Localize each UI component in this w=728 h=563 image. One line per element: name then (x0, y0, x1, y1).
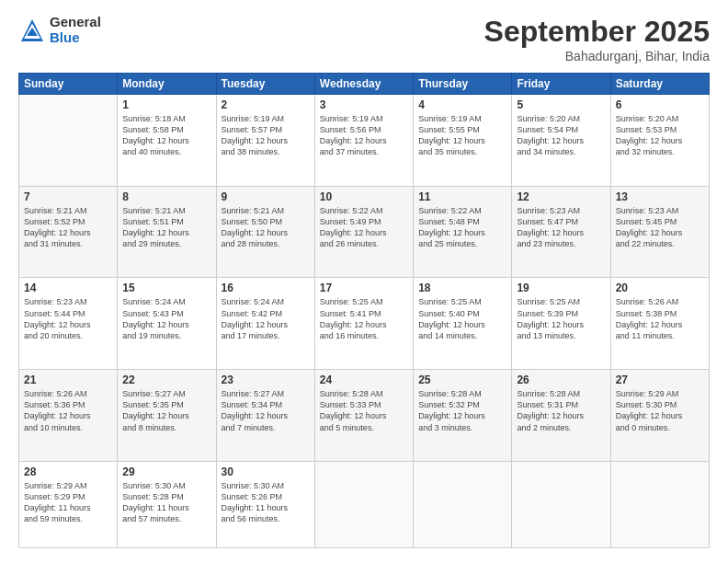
cell-info: Sunrise: 5:27 AM Sunset: 5:34 PM Dayligh… (222, 388, 310, 433)
day-number: 7 (24, 190, 112, 203)
day-number: 2 (222, 98, 310, 111)
calendar-cell-1-5: 12Sunrise: 5:23 AM Sunset: 5:47 PM Dayli… (512, 186, 610, 278)
page: General Blue September 2025 Bahadurganj,… (0, 0, 728, 563)
calendar-cell-4-2: 30Sunrise: 5:30 AM Sunset: 5:26 PM Dayli… (216, 461, 314, 547)
cell-info: Sunrise: 5:20 AM Sunset: 5:53 PM Dayligh… (616, 113, 704, 158)
day-number: 9 (222, 190, 310, 203)
calendar-cell-3-6: 27Sunrise: 5:29 AM Sunset: 5:30 PM Dayli… (610, 370, 709, 462)
calendar-cell-3-4: 25Sunrise: 5:28 AM Sunset: 5:32 PM Dayli… (414, 370, 512, 462)
calendar-cell-3-3: 24Sunrise: 5:28 AM Sunset: 5:33 PM Dayli… (314, 370, 413, 462)
day-number: 4 (418, 98, 506, 111)
col-thursday: Thursday (414, 74, 512, 95)
day-number: 20 (616, 282, 704, 294)
cell-info: Sunrise: 5:25 AM Sunset: 5:39 PM Dayligh… (517, 296, 605, 341)
calendar-cell-0-5: 5Sunrise: 5:20 AM Sunset: 5:54 PM Daylig… (512, 95, 610, 187)
day-number: 18 (418, 282, 506, 294)
calendar-cell-2-2: 16Sunrise: 5:24 AM Sunset: 5:42 PM Dayli… (216, 278, 314, 370)
day-number: 19 (517, 282, 605, 294)
calendar-week-row-2: 14Sunrise: 5:23 AM Sunset: 5:44 PM Dayli… (19, 278, 710, 370)
cell-info: Sunrise: 5:28 AM Sunset: 5:31 PM Dayligh… (517, 388, 605, 433)
logo-text: General Blue (50, 15, 101, 45)
calendar-cell-2-6: 20Sunrise: 5:26 AM Sunset: 5:38 PM Dayli… (610, 278, 709, 370)
day-number: 24 (320, 373, 408, 386)
day-number: 5 (517, 98, 605, 111)
title-area: September 2025 Bahadurganj, Bihar, India (484, 15, 710, 63)
calendar-cell-2-0: 14Sunrise: 5:23 AM Sunset: 5:44 PM Dayli… (19, 278, 118, 370)
calendar-cell-0-3: 3Sunrise: 5:19 AM Sunset: 5:56 PM Daylig… (314, 95, 413, 187)
cell-info: Sunrise: 5:24 AM Sunset: 5:43 PM Dayligh… (122, 296, 210, 341)
day-number: 17 (320, 282, 408, 294)
cell-info: Sunrise: 5:19 AM Sunset: 5:56 PM Dayligh… (320, 113, 408, 158)
cell-info: Sunrise: 5:28 AM Sunset: 5:32 PM Dayligh… (418, 388, 506, 433)
cell-info: Sunrise: 5:29 AM Sunset: 5:29 PM Dayligh… (24, 480, 112, 525)
cell-info: Sunrise: 5:22 AM Sunset: 5:49 PM Dayligh… (320, 205, 408, 250)
calendar-cell-0-4: 4Sunrise: 5:19 AM Sunset: 5:55 PM Daylig… (414, 95, 512, 187)
cell-info: Sunrise: 5:21 AM Sunset: 5:52 PM Dayligh… (24, 205, 112, 250)
col-sunday: Sunday (19, 74, 118, 95)
header: General Blue September 2025 Bahadurganj,… (18, 15, 710, 63)
calendar-cell-1-6: 13Sunrise: 5:23 AM Sunset: 5:45 PM Dayli… (610, 186, 709, 278)
day-number: 25 (418, 373, 506, 386)
calendar-cell-4-3 (314, 461, 413, 547)
day-number: 21 (24, 373, 112, 386)
calendar-cell-3-2: 23Sunrise: 5:27 AM Sunset: 5:34 PM Dayli… (216, 370, 314, 462)
cell-info: Sunrise: 5:26 AM Sunset: 5:36 PM Dayligh… (24, 388, 112, 433)
calendar-cell-4-0: 28Sunrise: 5:29 AM Sunset: 5:29 PM Dayli… (19, 461, 118, 547)
day-number: 14 (24, 282, 112, 294)
logo-icon (18, 17, 46, 44)
day-number: 6 (616, 98, 704, 111)
calendar-cell-0-1: 1Sunrise: 5:18 AM Sunset: 5:58 PM Daylig… (118, 95, 216, 187)
calendar-week-row-1: 7Sunrise: 5:21 AM Sunset: 5:52 PM Daylig… (19, 186, 710, 278)
calendar-cell-1-0: 7Sunrise: 5:21 AM Sunset: 5:52 PM Daylig… (19, 186, 118, 278)
day-number: 23 (222, 373, 310, 386)
cell-info: Sunrise: 5:27 AM Sunset: 5:35 PM Dayligh… (122, 388, 210, 433)
calendar-cell-0-6: 6Sunrise: 5:20 AM Sunset: 5:53 PM Daylig… (610, 95, 709, 187)
day-number: 11 (418, 190, 506, 203)
day-number: 16 (222, 282, 310, 294)
day-number: 15 (122, 282, 210, 294)
calendar-cell-4-5 (512, 461, 610, 547)
calendar-cell-1-3: 10Sunrise: 5:22 AM Sunset: 5:49 PM Dayli… (314, 186, 413, 278)
cell-info: Sunrise: 5:29 AM Sunset: 5:30 PM Dayligh… (616, 388, 704, 433)
day-number: 30 (222, 465, 310, 478)
calendar-cell-0-2: 2Sunrise: 5:19 AM Sunset: 5:57 PM Daylig… (216, 95, 314, 187)
calendar-cell-1-1: 8Sunrise: 5:21 AM Sunset: 5:51 PM Daylig… (118, 186, 216, 278)
day-number: 10 (320, 190, 408, 203)
col-monday: Monday (118, 74, 216, 95)
cell-info: Sunrise: 5:30 AM Sunset: 5:26 PM Dayligh… (222, 480, 310, 525)
calendar-cell-0-0 (19, 95, 118, 187)
calendar-cell-2-4: 18Sunrise: 5:25 AM Sunset: 5:40 PM Dayli… (414, 278, 512, 370)
cell-info: Sunrise: 5:22 AM Sunset: 5:48 PM Dayligh… (418, 205, 506, 250)
calendar-week-row-0: 1Sunrise: 5:18 AM Sunset: 5:58 PM Daylig… (19, 95, 710, 187)
cell-info: Sunrise: 5:23 AM Sunset: 5:45 PM Dayligh… (616, 205, 704, 250)
cell-info: Sunrise: 5:25 AM Sunset: 5:41 PM Dayligh… (320, 296, 408, 341)
calendar-cell-2-1: 15Sunrise: 5:24 AM Sunset: 5:43 PM Dayli… (118, 278, 216, 370)
cell-info: Sunrise: 5:21 AM Sunset: 5:51 PM Dayligh… (122, 205, 210, 250)
calendar-cell-3-0: 21Sunrise: 5:26 AM Sunset: 5:36 PM Dayli… (19, 370, 118, 462)
calendar-cell-4-4 (414, 461, 512, 547)
cell-info: Sunrise: 5:19 AM Sunset: 5:57 PM Dayligh… (222, 113, 310, 158)
calendar-week-row-3: 21Sunrise: 5:26 AM Sunset: 5:36 PM Dayli… (19, 370, 710, 462)
day-number: 13 (616, 190, 704, 203)
day-number: 22 (122, 373, 210, 386)
col-saturday: Saturday (610, 74, 709, 95)
calendar-week-row-4: 28Sunrise: 5:29 AM Sunset: 5:29 PM Dayli… (19, 461, 710, 547)
cell-info: Sunrise: 5:21 AM Sunset: 5:50 PM Dayligh… (222, 205, 310, 250)
col-friday: Friday (512, 74, 610, 95)
calendar-table: Sunday Monday Tuesday Wednesday Thursday… (18, 73, 710, 548)
location: Bahadurganj, Bihar, India (484, 49, 710, 63)
cell-info: Sunrise: 5:19 AM Sunset: 5:55 PM Dayligh… (418, 113, 506, 158)
logo-blue-text: Blue (50, 30, 101, 46)
calendar-cell-2-3: 17Sunrise: 5:25 AM Sunset: 5:41 PM Dayli… (314, 278, 413, 370)
day-number: 1 (122, 98, 210, 111)
col-wednesday: Wednesday (314, 74, 413, 95)
day-number: 26 (517, 373, 605, 386)
col-tuesday: Tuesday (216, 74, 314, 95)
cell-info: Sunrise: 5:20 AM Sunset: 5:54 PM Dayligh… (517, 113, 605, 158)
month-title: September 2025 (484, 15, 710, 49)
calendar-header-row: Sunday Monday Tuesday Wednesday Thursday… (19, 74, 710, 95)
day-number: 12 (517, 190, 605, 203)
day-number: 27 (616, 373, 704, 386)
day-number: 28 (24, 465, 112, 478)
cell-info: Sunrise: 5:28 AM Sunset: 5:33 PM Dayligh… (320, 388, 408, 433)
